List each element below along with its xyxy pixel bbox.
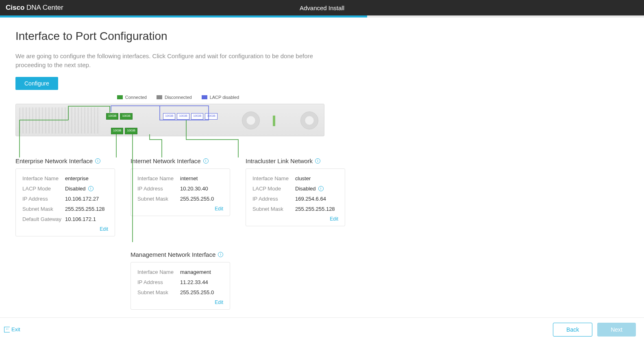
edit-internet[interactable]: Edit	[137, 206, 223, 212]
fan-icon	[300, 111, 318, 129]
enterprise-mask: 255.255.255.128	[65, 206, 105, 212]
edit-intracluster[interactable]: Edit	[252, 216, 338, 222]
enterprise-gw: 10.106.172.1	[65, 216, 96, 222]
port-10gb: 10GB	[125, 128, 137, 134]
port-10gb-lacp: 10GB	[191, 113, 203, 120]
enterprise-interface: Enterprise Network Interface Interface N…	[15, 157, 115, 236]
port-10gb-lacp: 10GB	[205, 113, 217, 120]
brand-bold: Cisco	[6, 4, 24, 11]
intracluster-title: Intracluster Link Network	[246, 157, 345, 164]
label-lacp: LACP Mode	[22, 186, 65, 192]
disconnected-swatch	[157, 95, 162, 99]
label-interface-name: Interface Name	[137, 269, 180, 275]
internet-title-text: Internet Network Interface	[131, 157, 201, 164]
internet-ip: 10.20.30.40	[180, 186, 208, 192]
enterprise-lacp: Disabled	[65, 186, 86, 192]
intracluster-card: Interface Namecluster LACP ModeDisabled …	[246, 168, 345, 226]
intracluster-name: cluster	[295, 175, 311, 181]
port-10gb: 10GB	[106, 113, 118, 120]
management-name: management	[180, 269, 211, 275]
psu-icon	[273, 116, 275, 126]
legend-disconnected: Disconnected	[157, 95, 192, 100]
label-ip: IP Address	[252, 196, 295, 202]
management-mask: 255.255.255.0	[180, 289, 214, 295]
label-gw: Default Gateway	[22, 216, 65, 222]
management-title: Management Network Interface	[131, 251, 230, 258]
internet-card: Interface Nameinternet IP Address10.20.3…	[131, 168, 230, 216]
back-button[interactable]: Back	[553, 323, 592, 337]
legend-connected: Connected	[117, 95, 147, 100]
progress-bar	[0, 15, 644, 17]
label-ip: IP Address	[137, 279, 180, 285]
info-icon[interactable]	[203, 158, 209, 164]
port-10gb-lacp: 10GB	[177, 113, 189, 120]
page-context: Advanced Install	[300, 4, 344, 11]
management-ip: 11.22.33.44	[180, 279, 208, 285]
label-mask: Subnet Mask	[137, 289, 180, 295]
brand: Cisco DNA Center	[6, 4, 63, 12]
intracluster-title-text: Intracluster Link Network	[246, 157, 313, 164]
info-icon[interactable]	[318, 186, 324, 191]
label-interface-name: Interface Name	[137, 175, 180, 181]
port-10gb-lacp: 10GB	[163, 113, 175, 120]
label-ip: IP Address	[137, 186, 180, 192]
enterprise-title-text: Enterprise Network Interface	[15, 157, 93, 164]
exit-icon	[4, 327, 10, 332]
internet-title: Internet Network Interface	[131, 157, 230, 164]
management-card: Interface Namemanagement IP Address11.22…	[131, 262, 230, 310]
legend-disconnected-label: Disconnected	[165, 95, 192, 100]
footer: Exit Back Next	[0, 317, 644, 341]
footer-buttons: Back Next	[553, 323, 636, 337]
server-diagram: 10GB 10GB 10GB 10GB 10GB 10GB 10GB 10GB	[15, 104, 341, 136]
port-10gb: 10GB	[120, 113, 132, 120]
label-mask: Subnet Mask	[22, 206, 65, 212]
edit-enterprise[interactable]: Edit	[22, 226, 108, 232]
label-mask: Subnet Mask	[252, 206, 295, 212]
chassis: 10GB 10GB 10GB 10GB 10GB 10GB 10GB 10GB	[15, 104, 324, 136]
internet-name: internet	[180, 175, 198, 181]
progress-fill	[0, 15, 367, 17]
enterprise-card: Interface Nameenterprise LACP ModeDisabl…	[15, 168, 115, 236]
intracluster-ip: 169.254.6.64	[295, 196, 326, 202]
enterprise-title: Enterprise Network Interface	[15, 157, 115, 164]
label-ip: IP Address	[22, 196, 65, 202]
main-content: Interface to Port Configuration We are g…	[0, 17, 644, 310]
internet-mask: 255.255.255.0	[180, 196, 214, 202]
label-mask: Subnet Mask	[137, 196, 180, 202]
connected-swatch	[117, 95, 123, 99]
info-icon[interactable]	[95, 158, 100, 164]
legend-lacp-label: LACP disabled	[210, 95, 239, 100]
page-description: We are going to configure the following …	[15, 52, 324, 70]
info-icon[interactable]	[315, 158, 320, 164]
exit-button[interactable]: Exit	[4, 326, 20, 332]
info-icon[interactable]	[218, 252, 223, 257]
lacp-disabled-swatch	[202, 95, 207, 99]
brand-light: DNA Center	[26, 4, 63, 11]
management-interface: Management Network Interface Interface N…	[131, 251, 230, 310]
fan-icon	[242, 111, 260, 129]
enterprise-ip: 10.106.172.27	[65, 196, 99, 202]
port-10gb: 10GB	[111, 128, 123, 134]
configure-button[interactable]: Configure	[15, 77, 58, 90]
intracluster-mask: 255.255.255.128	[295, 206, 335, 212]
legend: Connected Disconnected LACP disabled	[15, 95, 341, 100]
label-lacp: LACP Mode	[252, 186, 295, 192]
intracluster-interface: Intracluster Link Network Interface Name…	[246, 157, 345, 236]
next-button[interactable]: Next	[597, 323, 636, 337]
internet-interface: Internet Network Interface Interface Nam…	[131, 157, 230, 236]
edit-management[interactable]: Edit	[137, 299, 223, 305]
page-title: Interface to Port Configuration	[15, 30, 629, 43]
exit-label: Exit	[11, 326, 20, 332]
label-interface-name: Interface Name	[22, 175, 65, 181]
interface-cards-row: Enterprise Network Interface Interface N…	[15, 157, 629, 236]
legend-lacp-disabled: LACP disabled	[202, 95, 239, 100]
management-title-text: Management Network Interface	[131, 251, 215, 258]
topbar: Cisco DNA Center Advanced Install	[0, 0, 644, 15]
intracluster-lacp: Disabled	[295, 186, 316, 192]
enterprise-name: enterprise	[65, 175, 89, 181]
info-icon[interactable]	[88, 186, 94, 191]
legend-connected-label: Connected	[125, 95, 147, 100]
label-interface-name: Interface Name	[252, 175, 295, 181]
